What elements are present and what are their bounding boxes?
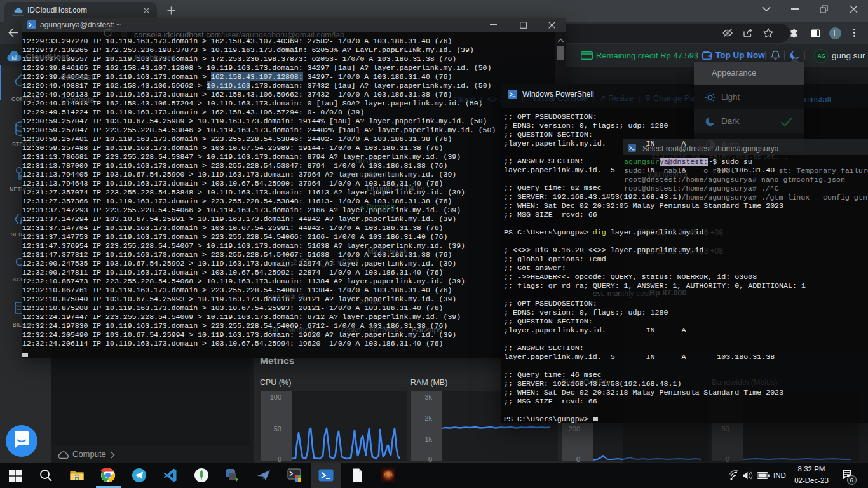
svg-text:Id: Id: [11, 54, 17, 61]
